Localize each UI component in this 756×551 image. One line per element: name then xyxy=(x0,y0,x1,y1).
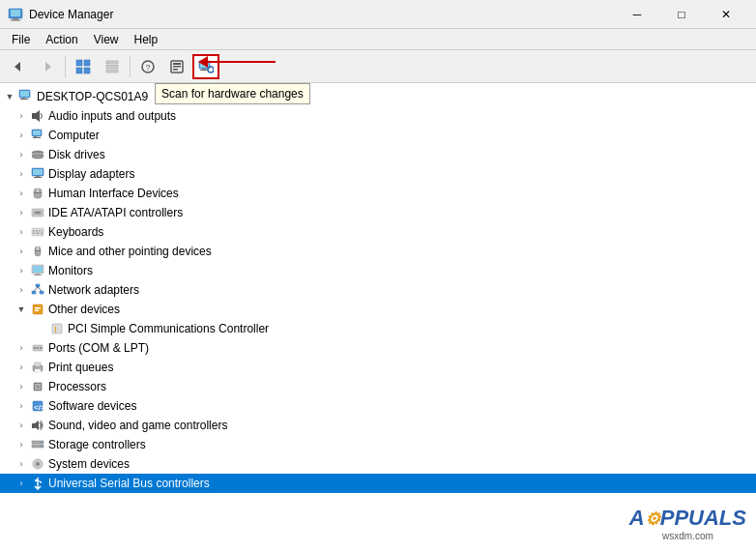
expand-ide[interactable]: › xyxy=(15,207,27,218)
expand-ports[interactable]: › xyxy=(15,342,27,354)
audio-icon xyxy=(30,108,45,124)
expand-display[interactable]: › xyxy=(15,168,27,180)
svg-rect-2 xyxy=(13,18,18,20)
menu-file[interactable]: File xyxy=(4,31,38,48)
tree-item-print[interactable]: › Print queues xyxy=(0,358,756,377)
tree-item-network[interactable]: › Network adapters xyxy=(0,280,756,300)
tree-item-storage[interactable]: › Storage controllers xyxy=(0,435,756,454)
tree-item-ports[interactable]: › Ports (COM & LPT) xyxy=(0,338,756,358)
svg-text:</>: </> xyxy=(34,403,44,412)
svg-point-90 xyxy=(41,446,43,448)
tree-item-sound[interactable]: › Sound, video and game controllers xyxy=(0,416,756,435)
tree-item-disk[interactable]: › Disk drives xyxy=(0,145,756,164)
expand-system[interactable]: › xyxy=(15,458,27,470)
close-button[interactable]: ✕ xyxy=(704,0,748,29)
expand-root[interactable]: ▼ xyxy=(4,91,15,102)
device-tree[interactable]: ▼ DESKTOP-QCS01A9 › Audio xyxy=(0,83,756,551)
toolbar: ? Scan for hardware changes xyxy=(0,50,756,83)
expand-network[interactable]: › xyxy=(15,284,27,296)
tree-item-other[interactable]: ▼ Other devices xyxy=(0,300,756,319)
tree-item-keyboard[interactable]: › Keyboards xyxy=(0,222,756,242)
tree-item-processor[interactable]: › Processors xyxy=(0,377,756,396)
view-resources-button[interactable] xyxy=(99,54,126,79)
expand-disk[interactable]: › xyxy=(15,149,27,160)
expand-audio[interactable]: › xyxy=(15,110,27,122)
tree-item-computer[interactable]: › Computer xyxy=(0,126,756,145)
tree-item-monitors[interactable]: › Monitors xyxy=(0,261,756,280)
svg-marker-4 xyxy=(15,62,20,72)
svg-rect-12 xyxy=(106,70,118,72)
software-icon: </> xyxy=(30,398,45,414)
expand-mice[interactable]: › xyxy=(15,246,27,257)
expand-processor[interactable]: › xyxy=(15,381,27,392)
ide-label: IDE ATA/ATAPI controllers xyxy=(48,206,183,219)
processor-icon xyxy=(30,379,45,394)
tree-item-display[interactable]: › Display adapters xyxy=(0,164,756,184)
svg-rect-54 xyxy=(36,233,40,235)
display-icon xyxy=(30,166,45,182)
other-label: Other devices xyxy=(48,303,120,316)
pci-label: PCI Simple Communications Controller xyxy=(68,322,269,335)
system-label: System devices xyxy=(48,457,130,471)
svg-point-37 xyxy=(32,155,44,159)
sound-label: Sound, video and game controllers xyxy=(48,419,227,432)
forward-button[interactable] xyxy=(34,54,61,79)
svg-rect-61 xyxy=(36,274,40,275)
tree-item-usb[interactable]: › Universal Serial Bus controllers xyxy=(0,474,756,493)
expand-keyboard[interactable]: › xyxy=(15,226,27,238)
hid-icon xyxy=(30,186,45,201)
svg-rect-7 xyxy=(84,60,90,66)
tree-item-software[interactable]: › </> Software devices xyxy=(0,396,756,416)
svg-rect-93 xyxy=(35,479,38,481)
svg-rect-32 xyxy=(33,130,41,135)
expand-print[interactable]: › xyxy=(15,362,27,373)
svg-rect-39 xyxy=(33,169,43,175)
svg-rect-34 xyxy=(33,137,41,138)
tree-item-ide[interactable]: › IDE ATA/ATAPI controllers xyxy=(0,203,756,222)
svg-rect-49 xyxy=(33,230,35,232)
tree-item-mice[interactable]: › Mice and other pointing devices xyxy=(0,242,756,261)
expand-computer[interactable]: › xyxy=(15,130,27,141)
expand-usb[interactable]: › xyxy=(15,478,27,489)
svg-rect-65 xyxy=(40,291,44,294)
svg-rect-22 xyxy=(200,70,208,71)
minimize-button[interactable]: ─ xyxy=(615,0,659,29)
tree-item-audio[interactable]: › Audio inputs and outputs xyxy=(0,106,756,126)
computer-icon xyxy=(18,89,34,104)
expand-hid[interactable]: › xyxy=(15,188,27,199)
usb-icon xyxy=(30,476,45,491)
svg-rect-78 xyxy=(35,362,41,366)
svg-rect-79 xyxy=(35,369,41,372)
menu-help[interactable]: Help xyxy=(127,31,166,48)
properties-button[interactable] xyxy=(163,54,190,79)
view-devices-by-type-button[interactable] xyxy=(70,54,97,79)
main-content: ▼ DESKTOP-QCS01A9 › Audio xyxy=(0,83,756,551)
svg-rect-18 xyxy=(173,69,178,71)
menu-view[interactable]: View xyxy=(86,31,127,48)
svg-rect-10 xyxy=(106,61,118,64)
svg-text:?: ? xyxy=(146,63,151,72)
disk-icon xyxy=(30,147,45,162)
tree-item-system[interactable]: › System devices xyxy=(0,454,756,474)
expand-software[interactable]: › xyxy=(15,400,27,412)
tree-item-pci[interactable]: › ! PCI Simple Communications Controller xyxy=(0,319,756,338)
help-button[interactable]: ? xyxy=(134,54,161,79)
maximize-button[interactable]: □ xyxy=(659,0,704,29)
expand-storage[interactable]: › xyxy=(15,439,27,450)
expand-sound[interactable]: › xyxy=(15,420,27,431)
svg-marker-30 xyxy=(36,110,40,122)
svg-rect-55 xyxy=(41,233,43,235)
tree-item-hid[interactable]: › Human Interface Devices xyxy=(0,184,756,203)
network-icon xyxy=(30,282,45,298)
expand-other[interactable]: ▼ xyxy=(15,304,27,315)
svg-rect-53 xyxy=(33,233,35,235)
svg-text:!: ! xyxy=(54,325,57,334)
back-button[interactable] xyxy=(5,54,32,79)
pci-warning-icon: ! xyxy=(49,321,65,336)
expand-monitors[interactable]: › xyxy=(15,265,27,276)
svg-rect-70 xyxy=(35,310,39,312)
sound-icon xyxy=(30,418,45,433)
svg-rect-64 xyxy=(32,291,36,294)
tree-root[interactable]: ▼ DESKTOP-QCS01A9 xyxy=(0,87,756,106)
menu-action[interactable]: Action xyxy=(38,31,85,48)
